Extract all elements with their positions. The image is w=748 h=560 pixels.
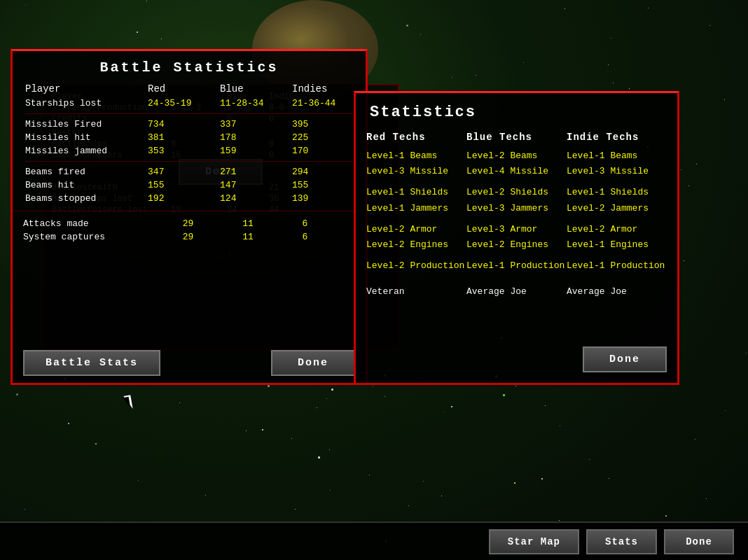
row-blue: 124 xyxy=(214,192,286,205)
stats-button[interactable]: Stats xyxy=(586,529,657,554)
attacks-made-indie: 6 xyxy=(299,217,359,230)
tech-item: Level-3 Missile xyxy=(567,165,667,178)
main-done-button[interactable]: Done xyxy=(271,350,355,376)
tech-panel-title: Statistics xyxy=(370,104,667,121)
blue-techs-column: Blue Techs Level-2 Beams Level-4 Missile… xyxy=(466,132,567,281)
row-red: 381 xyxy=(142,131,214,144)
col-red: Red xyxy=(142,81,214,97)
row-label: Beams hit xyxy=(20,178,142,192)
tech-group: Level-1 Beams Level-3 Missile xyxy=(567,150,667,178)
system-captures-indie: 6 xyxy=(299,230,359,244)
tech-item: Level-1 Shields xyxy=(567,186,667,199)
tech-item: Level-1 Beams xyxy=(567,150,667,162)
row-red: 24-35-19 xyxy=(142,97,214,110)
tech-item: Level-1 Jammers xyxy=(366,202,466,215)
tech-panel-button-area: Done xyxy=(583,346,667,372)
col-blue: Blue xyxy=(214,81,286,97)
row-indie: 139 xyxy=(286,192,359,205)
bottom-stats-section: Attacks made 29 11 6 System captures 29 … xyxy=(13,211,366,247)
panel-buttons-row: Battle Stats Done xyxy=(13,343,366,383)
indie-techs-column: Indie Techs Level-1 Beams Level-3 Missil… xyxy=(567,132,667,281)
row-indie: 225 xyxy=(286,131,359,144)
tech-item: Level-1 Production xyxy=(567,260,667,272)
table-row: System captures 29 11 6 xyxy=(20,230,359,244)
tech-item: Level-3 Jammers xyxy=(466,202,567,215)
tech-group: Level-2 Armor Level-2 Engines xyxy=(366,223,466,251)
row-blue: 178 xyxy=(214,131,286,144)
battle-stats-panel: Battle Statistics Player Red Blue Indies… xyxy=(11,49,368,385)
tech-item: Level-1 Production xyxy=(466,260,567,272)
stats-table-container: Player Red Blue Indies Starships lost 24… xyxy=(13,81,366,205)
row-label: Missiles Fired xyxy=(20,118,142,131)
row-label: Beams stopped xyxy=(20,192,142,205)
col-indie: Indies xyxy=(286,81,359,97)
bottom-done-button[interactable]: Done xyxy=(664,529,734,554)
row-label: Starships lost xyxy=(20,97,142,110)
tech-group: Level-1 Production xyxy=(567,260,667,272)
battle-stats-table: Player Red Blue Indies Starships lost 24… xyxy=(20,81,359,205)
row-indie: 155 xyxy=(286,178,359,192)
tech-group: Level-3 Armor Level-2 Engines xyxy=(466,223,567,251)
tech-group: Level-2 Armor Level-1 Engines xyxy=(567,223,667,251)
row-red: 734 xyxy=(142,118,214,131)
tech-item: Level-2 Production xyxy=(366,260,466,272)
row-label: Missiles hit xyxy=(20,131,142,144)
tech-item: Level-4 Missile xyxy=(466,165,567,178)
table-row: Attacks made 29 11 6 xyxy=(20,217,359,230)
tech-group: Level-1 Beams Level-3 Missile xyxy=(366,150,466,178)
row-blue: 337 xyxy=(214,118,286,131)
row-indie: 294 xyxy=(286,165,359,178)
tech-group: Level-2 Beams Level-4 Missile xyxy=(466,150,567,178)
row-blue: 11-28-34 xyxy=(214,97,286,110)
table-row: Starships lost 24-35-19 11-28-34 21-36-4… xyxy=(20,97,359,110)
table-row: Beams stopped 192 124 139 xyxy=(20,192,359,205)
row-indie: 170 xyxy=(286,144,359,158)
tech-group: Level-1 Shields Level-2 Jammers xyxy=(567,186,667,214)
indie-techs-header: Indie Techs xyxy=(567,132,667,143)
tech-group: Level-2 Production xyxy=(366,260,466,272)
tech-group: Level-1 Production xyxy=(466,260,567,272)
system-captures-blue: 11 xyxy=(239,230,298,244)
tech-item: Level-2 Shields xyxy=(466,186,567,199)
table-row: Missiles Fired 734 337 395 xyxy=(20,118,359,131)
red-techs-header: Red Techs xyxy=(366,132,466,143)
row-blue: 159 xyxy=(214,144,286,158)
row-label: Missiles jammed xyxy=(20,144,142,158)
tech-done-button[interactable]: Done xyxy=(583,346,667,372)
col-player: Player xyxy=(20,81,142,97)
row-blue: 271 xyxy=(214,165,286,178)
battle-stats-button[interactable]: Battle Stats xyxy=(23,350,160,376)
blue-veteran: Average Joe xyxy=(466,286,567,297)
system-captures-red: 29 xyxy=(179,230,239,244)
tech-stats-panel: Statistics Red Techs Level-1 Beams Level… xyxy=(354,91,679,385)
attacks-made-red: 29 xyxy=(179,217,239,230)
bottom-stats-table: Attacks made 29 11 6 System captures 29 … xyxy=(20,217,359,244)
red-techs-column: Red Techs Level-1 Beams Level-3 Missile … xyxy=(366,132,466,281)
attacks-made-blue: 11 xyxy=(239,217,298,230)
row-red: 353 xyxy=(142,144,214,158)
tech-item: Level-2 Engines xyxy=(366,239,466,251)
tech-item: Level-2 Jammers xyxy=(567,202,667,215)
tech-item: Level-2 Armor xyxy=(567,223,667,236)
tech-item: Level-2 Engines xyxy=(466,239,567,251)
tech-item: Level-1 Shields xyxy=(366,186,466,199)
red-veteran: Veteran xyxy=(366,286,466,297)
tech-group: Level-1 Shields Level-1 Jammers xyxy=(366,186,466,214)
row-indie: 395 xyxy=(286,118,359,131)
blue-techs-header: Blue Techs xyxy=(466,132,567,143)
system-captures-label: System captures xyxy=(20,230,179,244)
tech-item: Level-2 Armor xyxy=(366,223,466,236)
tech-columns: Red Techs Level-1 Beams Level-3 Missile … xyxy=(366,132,667,281)
row-indie: 21-36-44 xyxy=(286,97,359,110)
bottom-navigation-bar: Star Map Stats Done xyxy=(0,522,748,560)
star-map-button[interactable]: Star Map xyxy=(489,529,579,554)
table-row: Beams hit 155 147 155 xyxy=(20,178,359,192)
veteran-row: Veteran Average Joe Average Joe xyxy=(366,286,667,297)
table-row: Beams fired 347 271 294 xyxy=(20,165,359,178)
row-red: 155 xyxy=(142,178,214,192)
row-red: 192 xyxy=(142,192,214,205)
table-row: Missiles hit 381 178 225 xyxy=(20,131,359,144)
panel-title: Battle Statistics xyxy=(13,51,366,81)
attacks-made-label: Attacks made xyxy=(20,217,179,230)
row-label: Beams fired xyxy=(20,165,142,178)
